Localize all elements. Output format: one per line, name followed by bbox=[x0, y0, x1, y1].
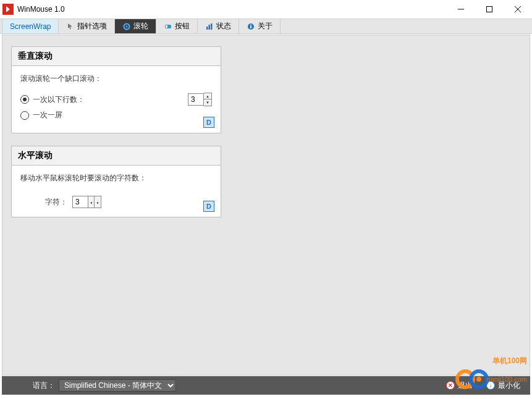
tab-pointer-options[interactable]: 指针选项 bbox=[59, 19, 115, 33]
tab-label: 状态 bbox=[216, 21, 231, 32]
horizontal-scroll-group: 水平滚动 移动水平鼠标滚轮时要滚动的字符数： 字符： ◂ ▸ D bbox=[11, 146, 221, 217]
tab-strip: ScreenWrap 指针选项 滚轮 按钮 状态 关于 bbox=[0, 19, 532, 34]
default-button[interactable]: D bbox=[203, 201, 214, 212]
status-icon bbox=[205, 22, 214, 31]
radio-icon bbox=[20, 95, 29, 104]
svg-rect-13 bbox=[250, 26, 251, 28]
svg-point-12 bbox=[250, 24, 251, 25]
lines-input[interactable] bbox=[188, 93, 204, 106]
radio-screen[interactable]: 一次一屏 bbox=[20, 110, 212, 120]
svg-point-5 bbox=[126, 25, 128, 27]
window-title: WinMouse 1.0 bbox=[17, 5, 65, 14]
radio-label: 一次一屏 bbox=[33, 110, 212, 120]
maximize-window-button[interactable] bbox=[475, 0, 504, 19]
vertical-scroll-group: 垂直滚动 滚动滚轮一个缺口滚动： 一次以下行数： ▲ ▼ 一次一屏 D bbox=[11, 46, 221, 133]
group-title: 水平滚动 bbox=[12, 146, 221, 166]
radio-icon bbox=[20, 111, 29, 120]
svg-rect-7 bbox=[166, 25, 167, 28]
app-icon bbox=[2, 4, 14, 15]
tab-wheel[interactable]: 滚轮 bbox=[115, 19, 156, 33]
chars-spinner[interactable]: ◂ ▸ bbox=[72, 196, 101, 208]
bottom-bar: 语言： Simplified Chinese - 简体中文 ✕ 退出 ↓ 最小化 bbox=[2, 376, 530, 395]
close-window-button[interactable] bbox=[504, 0, 532, 19]
tab-label: 关于 bbox=[258, 21, 272, 32]
chars-label: 字符： bbox=[45, 197, 67, 208]
radio-label: 一次以下行数： bbox=[33, 94, 188, 105]
minimize-window-button[interactable] bbox=[447, 0, 475, 19]
spin-down-button[interactable]: ▼ bbox=[204, 99, 211, 106]
cursor-icon bbox=[66, 22, 75, 31]
svg-rect-1 bbox=[487, 6, 492, 12]
horizontal-desc: 移动水平鼠标滚轮时要滚动的字符数： bbox=[20, 173, 212, 183]
down-arrow-icon: ↓ bbox=[486, 381, 495, 390]
spin-right-button[interactable]: ▸ bbox=[95, 196, 101, 208]
tab-label: 按钮 bbox=[175, 21, 190, 32]
wheel-icon bbox=[122, 22, 131, 31]
svg-rect-9 bbox=[209, 25, 211, 30]
default-button[interactable]: D bbox=[203, 117, 214, 128]
svg-rect-8 bbox=[206, 27, 208, 30]
language-label: 语言： bbox=[33, 380, 55, 391]
titlebar: WinMouse 1.0 bbox=[0, 0, 532, 19]
spin-left-button[interactable]: ◂ bbox=[88, 196, 95, 208]
tab-screenwrap[interactable]: ScreenWrap bbox=[2, 19, 59, 33]
minimize-button[interactable]: ↓ 最小化 bbox=[483, 380, 524, 391]
tab-buttons[interactable]: 按钮 bbox=[156, 19, 198, 33]
exit-button[interactable]: ✕ 退出 bbox=[442, 380, 476, 391]
svg-rect-10 bbox=[211, 23, 213, 30]
info-icon bbox=[247, 22, 255, 31]
tab-status[interactable]: 状态 bbox=[198, 19, 239, 33]
button-icon bbox=[164, 22, 172, 31]
tab-about[interactable]: 关于 bbox=[239, 19, 281, 33]
tab-label: 指针选项 bbox=[77, 21, 107, 32]
tab-label: ScreenWrap bbox=[10, 22, 51, 31]
chars-input[interactable] bbox=[72, 196, 88, 208]
button-label: 退出 bbox=[458, 380, 473, 391]
button-label: 最小化 bbox=[498, 380, 520, 391]
language-select[interactable]: Simplified Chinese - 简体中文 bbox=[59, 379, 176, 392]
vertical-desc: 滚动滚轮一个缺口滚动： bbox=[20, 74, 212, 84]
content-area: 垂直滚动 滚动滚轮一个缺口滚动： 一次以下行数： ▲ ▼ 一次一屏 D bbox=[2, 35, 530, 376]
spin-up-button[interactable]: ▲ bbox=[204, 93, 211, 99]
radio-lines[interactable]: 一次以下行数： ▲ ▼ bbox=[20, 93, 212, 106]
tab-label: 滚轮 bbox=[133, 21, 148, 32]
lines-spinner[interactable]: ▲ ▼ bbox=[188, 93, 212, 106]
group-title: 垂直滚动 bbox=[12, 47, 221, 66]
close-icon: ✕ bbox=[446, 381, 455, 390]
